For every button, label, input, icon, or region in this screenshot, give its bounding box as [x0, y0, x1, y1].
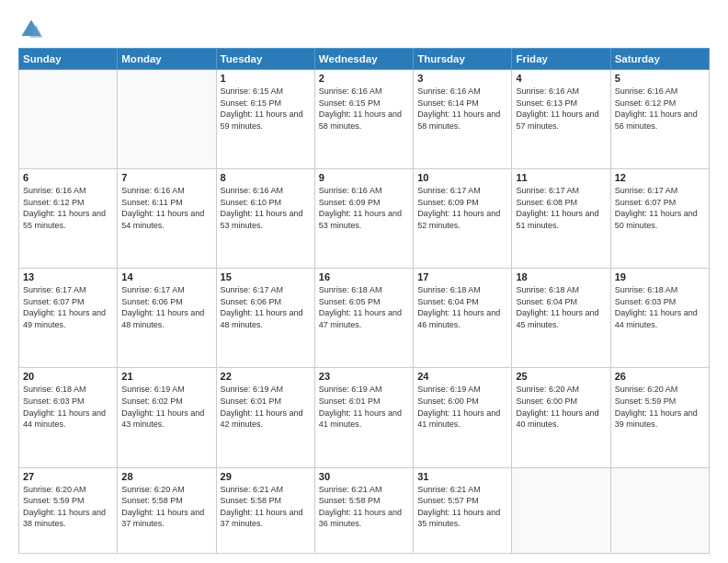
- day-info: Sunrise: 6:19 AM Sunset: 6:00 PM Dayligh…: [417, 384, 507, 430]
- day-number: 12: [615, 172, 705, 183]
- calendar-cell: [19, 70, 118, 169]
- day-info: Sunrise: 6:16 AM Sunset: 6:12 PM Dayligh…: [615, 86, 705, 132]
- calendar-cell: 15Sunrise: 6:17 AM Sunset: 6:06 PM Dayli…: [216, 269, 314, 368]
- day-number: 3: [417, 73, 507, 84]
- day-info: Sunrise: 6:16 AM Sunset: 6:13 PM Dayligh…: [516, 86, 606, 132]
- day-info: Sunrise: 6:15 AM Sunset: 6:15 PM Dayligh…: [221, 86, 311, 132]
- day-number: 20: [23, 371, 113, 382]
- calendar-header-row: SundayMondayTuesdayWednesdayThursdayFrid…: [19, 49, 710, 70]
- day-number: 8: [221, 172, 311, 183]
- calendar-cell: 21Sunrise: 6:19 AM Sunset: 6:02 PM Dayli…: [118, 368, 216, 467]
- day-number: 15: [221, 271, 311, 282]
- calendar-cell: 7Sunrise: 6:16 AM Sunset: 6:11 PM Daylig…: [118, 169, 216, 269]
- calendar-week-row: 27Sunrise: 6:20 AM Sunset: 5:59 PM Dayli…: [19, 467, 710, 553]
- day-info: Sunrise: 6:17 AM Sunset: 6:09 PM Dayligh…: [417, 185, 507, 231]
- calendar-cell: [118, 70, 216, 169]
- weekday-header: Thursday: [414, 49, 512, 70]
- day-info: Sunrise: 6:18 AM Sunset: 6:05 PM Dayligh…: [319, 284, 409, 330]
- calendar-cell: 8Sunrise: 6:16 AM Sunset: 6:10 PM Daylig…: [216, 169, 314, 269]
- calendar-cell: 25Sunrise: 6:20 AM Sunset: 6:00 PM Dayli…: [512, 368, 610, 467]
- day-info: Sunrise: 6:19 AM Sunset: 6:01 PM Dayligh…: [221, 384, 311, 430]
- weekday-header: Monday: [118, 49, 216, 70]
- day-number: 23: [319, 371, 409, 382]
- calendar-cell: 30Sunrise: 6:21 AM Sunset: 5:58 PM Dayli…: [314, 467, 413, 553]
- calendar-cell: 31Sunrise: 6:21 AM Sunset: 5:57 PM Dayli…: [414, 467, 512, 553]
- calendar-cell: 2Sunrise: 6:16 AM Sunset: 6:15 PM Daylig…: [314, 70, 413, 169]
- calendar-week-row: 1Sunrise: 6:15 AM Sunset: 6:15 PM Daylig…: [19, 70, 710, 169]
- day-info: Sunrise: 6:21 AM Sunset: 5:57 PM Dayligh…: [417, 484, 507, 530]
- logo: [18, 17, 48, 42]
- day-number: 16: [319, 271, 409, 282]
- calendar-cell: 1Sunrise: 6:15 AM Sunset: 6:15 PM Daylig…: [216, 70, 314, 169]
- day-number: 28: [121, 471, 211, 482]
- day-number: 24: [417, 371, 507, 382]
- day-number: 10: [417, 172, 507, 183]
- calendar-week-row: 6Sunrise: 6:16 AM Sunset: 6:12 PM Daylig…: [19, 169, 710, 269]
- day-number: 2: [319, 73, 409, 84]
- calendar-cell: 13Sunrise: 6:17 AM Sunset: 6:07 PM Dayli…: [19, 269, 118, 368]
- day-info: Sunrise: 6:21 AM Sunset: 5:58 PM Dayligh…: [319, 484, 409, 530]
- day-number: 17: [417, 271, 507, 282]
- day-number: 29: [221, 471, 311, 482]
- calendar-cell: 22Sunrise: 6:19 AM Sunset: 6:01 PM Dayli…: [216, 368, 314, 467]
- calendar-cell: 29Sunrise: 6:21 AM Sunset: 5:58 PM Dayli…: [216, 467, 314, 553]
- calendar-cell: 24Sunrise: 6:19 AM Sunset: 6:00 PM Dayli…: [414, 368, 512, 467]
- calendar-cell: 26Sunrise: 6:20 AM Sunset: 5:59 PM Dayli…: [610, 368, 709, 467]
- calendar-cell: 10Sunrise: 6:17 AM Sunset: 6:09 PM Dayli…: [414, 169, 512, 269]
- day-info: Sunrise: 6:17 AM Sunset: 6:07 PM Dayligh…: [23, 284, 113, 330]
- page: SundayMondayTuesdayWednesdayThursdayFrid…: [0, 0, 728, 563]
- calendar-cell: 9Sunrise: 6:16 AM Sunset: 6:09 PM Daylig…: [314, 169, 413, 269]
- calendar-cell: 6Sunrise: 6:16 AM Sunset: 6:12 PM Daylig…: [19, 169, 118, 269]
- day-number: 1: [221, 73, 311, 84]
- day-number: 19: [615, 271, 705, 282]
- calendar-week-row: 13Sunrise: 6:17 AM Sunset: 6:07 PM Dayli…: [19, 269, 710, 368]
- day-info: Sunrise: 6:17 AM Sunset: 6:08 PM Dayligh…: [516, 185, 606, 231]
- calendar-cell: 23Sunrise: 6:19 AM Sunset: 6:01 PM Dayli…: [314, 368, 413, 467]
- day-number: 11: [516, 172, 606, 183]
- day-number: 6: [23, 172, 113, 183]
- weekday-header: Wednesday: [314, 49, 413, 70]
- day-info: Sunrise: 6:18 AM Sunset: 6:03 PM Dayligh…: [23, 384, 113, 430]
- calendar-cell: 28Sunrise: 6:20 AM Sunset: 5:58 PM Dayli…: [118, 467, 216, 553]
- day-info: Sunrise: 6:19 AM Sunset: 6:02 PM Dayligh…: [121, 384, 211, 430]
- day-number: 5: [615, 73, 705, 84]
- calendar-cell: 11Sunrise: 6:17 AM Sunset: 6:08 PM Dayli…: [512, 169, 610, 269]
- calendar-cell: 27Sunrise: 6:20 AM Sunset: 5:59 PM Dayli…: [19, 467, 118, 553]
- day-number: 25: [516, 371, 606, 382]
- day-info: Sunrise: 6:20 AM Sunset: 5:59 PM Dayligh…: [615, 384, 705, 430]
- day-number: 22: [221, 371, 311, 382]
- day-number: 27: [23, 471, 113, 482]
- weekday-header: Tuesday: [216, 49, 314, 70]
- header: [18, 17, 710, 42]
- day-number: 4: [516, 73, 606, 84]
- logo-icon: [18, 17, 44, 42]
- day-info: Sunrise: 6:16 AM Sunset: 6:09 PM Dayligh…: [319, 185, 409, 231]
- day-info: Sunrise: 6:16 AM Sunset: 6:10 PM Dayligh…: [221, 185, 311, 231]
- calendar-cell: 17Sunrise: 6:18 AM Sunset: 6:04 PM Dayli…: [414, 269, 512, 368]
- day-info: Sunrise: 6:18 AM Sunset: 6:04 PM Dayligh…: [417, 284, 507, 330]
- weekday-header: Friday: [512, 49, 610, 70]
- day-info: Sunrise: 6:17 AM Sunset: 6:06 PM Dayligh…: [221, 284, 311, 330]
- calendar-cell: [512, 467, 610, 553]
- day-info: Sunrise: 6:17 AM Sunset: 6:06 PM Dayligh…: [121, 284, 211, 330]
- weekday-header: Saturday: [610, 49, 709, 70]
- day-number: 9: [319, 172, 409, 183]
- day-number: 30: [319, 471, 409, 482]
- calendar-cell: 3Sunrise: 6:16 AM Sunset: 6:14 PM Daylig…: [414, 70, 512, 169]
- calendar-cell: 5Sunrise: 6:16 AM Sunset: 6:12 PM Daylig…: [610, 70, 709, 169]
- weekday-header: Sunday: [19, 49, 118, 70]
- day-info: Sunrise: 6:17 AM Sunset: 6:07 PM Dayligh…: [615, 185, 705, 231]
- day-info: Sunrise: 6:16 AM Sunset: 6:14 PM Dayligh…: [417, 86, 507, 132]
- day-number: 14: [121, 271, 211, 282]
- day-number: 13: [23, 271, 113, 282]
- calendar-cell: 16Sunrise: 6:18 AM Sunset: 6:05 PM Dayli…: [314, 269, 413, 368]
- calendar-cell: [610, 467, 709, 553]
- day-info: Sunrise: 6:16 AM Sunset: 6:15 PM Dayligh…: [319, 86, 409, 132]
- calendar-cell: 12Sunrise: 6:17 AM Sunset: 6:07 PM Dayli…: [610, 169, 709, 269]
- day-info: Sunrise: 6:19 AM Sunset: 6:01 PM Dayligh…: [319, 384, 409, 430]
- day-number: 31: [417, 471, 507, 482]
- day-info: Sunrise: 6:16 AM Sunset: 6:12 PM Dayligh…: [23, 185, 113, 231]
- calendar-cell: 19Sunrise: 6:18 AM Sunset: 6:03 PM Dayli…: [610, 269, 709, 368]
- calendar-cell: 4Sunrise: 6:16 AM Sunset: 6:13 PM Daylig…: [512, 70, 610, 169]
- day-info: Sunrise: 6:20 AM Sunset: 5:58 PM Dayligh…: [121, 484, 211, 530]
